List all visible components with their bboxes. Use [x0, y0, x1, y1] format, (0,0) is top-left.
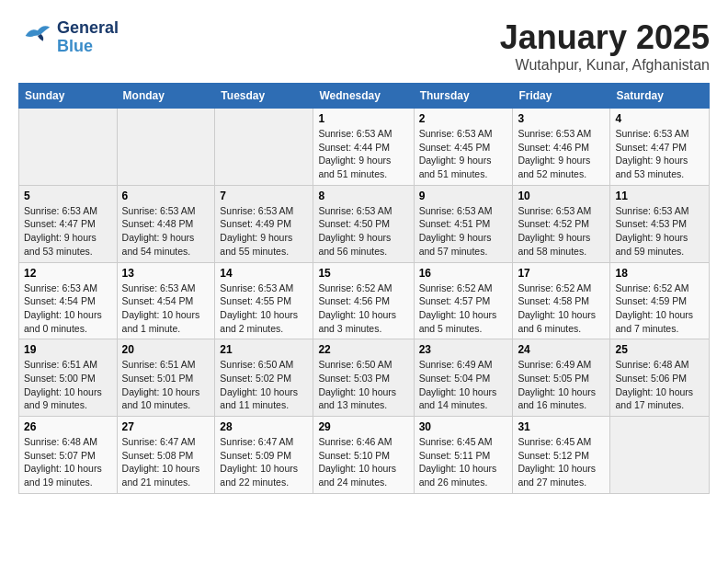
calendar-cell: 3Sunrise: 6:53 AM Sunset: 4:46 PM Daylig… [513, 109, 610, 186]
day-number: 21 [220, 343, 308, 356]
header-tuesday: Tuesday [215, 84, 313, 109]
day-number: 26 [24, 420, 112, 433]
calendar-cell: 13Sunrise: 6:53 AM Sunset: 4:54 PM Dayli… [117, 262, 215, 339]
day-number: 7 [220, 190, 308, 202]
calendar-title: January 2025 [500, 18, 710, 57]
header-monday: Monday [117, 84, 215, 109]
day-number: 14 [220, 267, 308, 280]
header-friday: Friday [513, 84, 610, 109]
calendar-cell: 20Sunrise: 6:51 AM Sunset: 5:01 PM Dayli… [117, 339, 215, 417]
day-number: 8 [318, 190, 408, 202]
calendar-table: SundayMondayTuesdayWednesdayThursdayFrid… [18, 83, 710, 494]
calendar-cell: 11Sunrise: 6:53 AM Sunset: 4:53 PM Dayli… [610, 185, 710, 262]
calendar-cell: 15Sunrise: 6:52 AM Sunset: 4:56 PM Dayli… [313, 262, 414, 339]
calendar-cell: 24Sunrise: 6:49 AM Sunset: 5:05 PM Dayli… [513, 339, 610, 417]
day-detail: Sunrise: 6:52 AM Sunset: 4:57 PM Dayligh… [419, 282, 508, 336]
day-number: 22 [318, 343, 408, 356]
calendar-cell: 12Sunrise: 6:53 AM Sunset: 4:54 PM Dayli… [19, 262, 118, 339]
day-detail: Sunrise: 6:53 AM Sunset: 4:45 PM Dayligh… [419, 127, 508, 181]
week-row-3: 12Sunrise: 6:53 AM Sunset: 4:54 PM Dayli… [19, 262, 710, 339]
day-detail: Sunrise: 6:49 AM Sunset: 5:04 PM Dayligh… [419, 358, 508, 412]
calendar-cell: 25Sunrise: 6:48 AM Sunset: 5:06 PM Dayli… [610, 339, 710, 417]
day-number: 20 [122, 343, 210, 356]
day-number: 3 [518, 112, 605, 125]
day-number: 24 [518, 343, 605, 356]
calendar-cell: 19Sunrise: 6:51 AM Sunset: 5:00 PM Dayli… [19, 339, 118, 417]
calendar-cell: 31Sunrise: 6:45 AM Sunset: 5:12 PM Dayli… [513, 417, 610, 494]
page-header: General Blue January 2025 Wutahpur, Kuna… [18, 18, 710, 74]
day-number: 11 [615, 190, 704, 202]
day-detail: Sunrise: 6:53 AM Sunset: 4:51 PM Dayligh… [419, 204, 508, 259]
day-detail: Sunrise: 6:53 AM Sunset: 4:55 PM Dayligh… [220, 282, 308, 336]
calendar-cell: 14Sunrise: 6:53 AM Sunset: 4:55 PM Dayli… [215, 262, 313, 339]
day-detail: Sunrise: 6:53 AM Sunset: 4:47 PM Dayligh… [24, 204, 112, 259]
day-detail: Sunrise: 6:53 AM Sunset: 4:53 PM Dayligh… [615, 204, 704, 259]
header-thursday: Thursday [414, 84, 513, 109]
header-sunday: Sunday [19, 84, 118, 109]
calendar-cell: 10Sunrise: 6:53 AM Sunset: 4:52 PM Dayli… [513, 185, 610, 262]
day-detail: Sunrise: 6:47 AM Sunset: 5:08 PM Dayligh… [122, 435, 210, 489]
day-detail: Sunrise: 6:53 AM Sunset: 4:49 PM Dayligh… [220, 204, 308, 259]
calendar-subtitle: Wutahpur, Kunar, Afghanistan [500, 57, 710, 74]
day-detail: Sunrise: 6:45 AM Sunset: 5:12 PM Dayligh… [518, 435, 605, 489]
calendar-cell [610, 417, 710, 494]
day-number: 19 [24, 343, 112, 356]
day-detail: Sunrise: 6:50 AM Sunset: 5:02 PM Dayligh… [220, 358, 308, 412]
days-header-row: SundayMondayTuesdayWednesdayThursdayFrid… [19, 84, 710, 109]
calendar-cell: 18Sunrise: 6:52 AM Sunset: 4:59 PM Dayli… [610, 262, 710, 339]
day-number: 30 [419, 420, 508, 433]
calendar-cell: 5Sunrise: 6:53 AM Sunset: 4:47 PM Daylig… [19, 185, 118, 262]
day-number: 13 [122, 267, 210, 280]
calendar-cell: 23Sunrise: 6:49 AM Sunset: 5:04 PM Dayli… [414, 339, 513, 417]
day-detail: Sunrise: 6:53 AM Sunset: 4:44 PM Dayligh… [318, 127, 408, 181]
week-row-2: 5Sunrise: 6:53 AM Sunset: 4:47 PM Daylig… [19, 185, 710, 262]
calendar-cell: 1Sunrise: 6:53 AM Sunset: 4:44 PM Daylig… [313, 109, 414, 186]
calendar-cell: 29Sunrise: 6:46 AM Sunset: 5:10 PM Dayli… [313, 417, 414, 494]
week-row-1: 1Sunrise: 6:53 AM Sunset: 4:44 PM Daylig… [19, 109, 710, 186]
day-number: 23 [419, 343, 508, 356]
day-number: 31 [518, 420, 605, 433]
day-number: 18 [615, 267, 704, 280]
week-row-5: 26Sunrise: 6:48 AM Sunset: 5:07 PM Dayli… [19, 417, 710, 494]
day-detail: Sunrise: 6:53 AM Sunset: 4:48 PM Dayligh… [122, 204, 210, 259]
day-number: 6 [122, 190, 210, 202]
day-detail: Sunrise: 6:51 AM Sunset: 5:01 PM Dayligh… [122, 358, 210, 412]
day-detail: Sunrise: 6:47 AM Sunset: 5:09 PM Dayligh… [220, 435, 308, 489]
day-detail: Sunrise: 6:53 AM Sunset: 4:47 PM Dayligh… [615, 127, 704, 181]
logo-icon [18, 18, 53, 57]
day-number: 15 [318, 267, 408, 280]
calendar-title-block: January 2025 Wutahpur, Kunar, Afghanista… [500, 18, 710, 74]
day-number: 17 [518, 267, 605, 280]
day-detail: Sunrise: 6:53 AM Sunset: 4:54 PM Dayligh… [122, 282, 210, 336]
day-detail: Sunrise: 6:53 AM Sunset: 4:54 PM Dayligh… [24, 282, 112, 336]
day-number: 10 [518, 190, 605, 202]
calendar-cell: 2Sunrise: 6:53 AM Sunset: 4:45 PM Daylig… [414, 109, 513, 186]
calendar-cell [215, 109, 313, 186]
calendar-cell: 28Sunrise: 6:47 AM Sunset: 5:09 PM Dayli… [215, 417, 313, 494]
header-wednesday: Wednesday [313, 84, 414, 109]
day-number: 25 [615, 343, 704, 356]
calendar-cell: 6Sunrise: 6:53 AM Sunset: 4:48 PM Daylig… [117, 185, 215, 262]
day-detail: Sunrise: 6:52 AM Sunset: 4:56 PM Dayligh… [318, 282, 408, 336]
day-detail: Sunrise: 6:53 AM Sunset: 4:52 PM Dayligh… [518, 204, 605, 259]
calendar-cell: 21Sunrise: 6:50 AM Sunset: 5:02 PM Dayli… [215, 339, 313, 417]
day-number: 27 [122, 420, 210, 433]
day-number: 29 [318, 420, 408, 433]
day-detail: Sunrise: 6:45 AM Sunset: 5:11 PM Dayligh… [419, 435, 508, 489]
day-number: 9 [419, 190, 508, 202]
day-number: 5 [24, 190, 112, 202]
day-detail: Sunrise: 6:49 AM Sunset: 5:05 PM Dayligh… [518, 358, 605, 412]
day-detail: Sunrise: 6:53 AM Sunset: 4:50 PM Dayligh… [318, 204, 408, 259]
calendar-cell: 16Sunrise: 6:52 AM Sunset: 4:57 PM Dayli… [414, 262, 513, 339]
day-number: 12 [24, 267, 112, 280]
calendar-cell: 26Sunrise: 6:48 AM Sunset: 5:07 PM Dayli… [19, 417, 118, 494]
calendar-cell: 8Sunrise: 6:53 AM Sunset: 4:50 PM Daylig… [313, 185, 414, 262]
day-detail: Sunrise: 6:50 AM Sunset: 5:03 PM Dayligh… [318, 358, 408, 412]
day-detail: Sunrise: 6:52 AM Sunset: 4:58 PM Dayligh… [518, 282, 605, 336]
day-detail: Sunrise: 6:48 AM Sunset: 5:07 PM Dayligh… [24, 435, 112, 489]
calendar-cell: 9Sunrise: 6:53 AM Sunset: 4:51 PM Daylig… [414, 185, 513, 262]
calendar-cell: 22Sunrise: 6:50 AM Sunset: 5:03 PM Dayli… [313, 339, 414, 417]
day-number: 28 [220, 420, 308, 433]
calendar-cell: 4Sunrise: 6:53 AM Sunset: 4:47 PM Daylig… [610, 109, 710, 186]
logo: General Blue [18, 18, 119, 57]
